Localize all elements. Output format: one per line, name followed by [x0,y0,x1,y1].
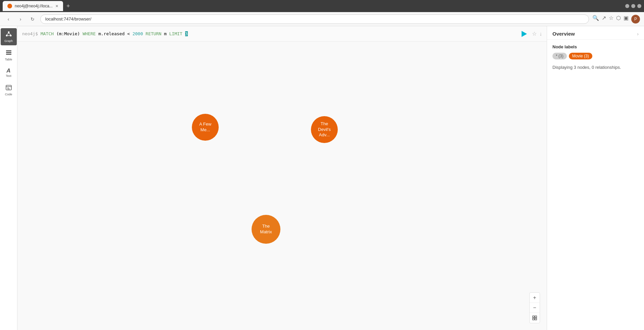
right-panel: Overview › Node labels * (3) Movie (3) D… [547,26,644,330]
svg-rect-9 [6,85,11,90]
code-icon [5,84,12,92]
property-text: m.released [98,31,124,36]
close-button[interactable] [637,4,641,8]
svg-line-4 [9,33,11,35]
tab-title: neo4j@neo4j://loca... [15,4,53,8]
sidebar-item-text[interactable]: A Text [1,65,17,80]
play-icon [522,31,527,37]
reload-button[interactable]: ↻ [28,15,37,23]
code-label: Code [5,93,12,96]
panel-title: Overview [552,31,575,37]
label-badge-all[interactable]: * (3) [552,53,567,59]
sidebar-toggle-icon[interactable]: ▣ [624,15,629,23]
stats-text: Displaying 3 nodes, 0 relationships. [552,65,639,70]
text-icon: A [6,68,10,74]
sidebar-item-table[interactable]: Table [1,47,17,64]
keyword-match: MATCH [41,31,54,36]
panel-collapse-button[interactable]: › [637,31,639,37]
svg-rect-15 [533,318,534,320]
graph-label: Graph [4,39,13,43]
prompt-label: neo4j$ [22,31,38,36]
node-expression: (m:Movie) [56,31,83,36]
node-few-good-men[interactable]: A FewMe... [192,114,219,141]
active-tab[interactable]: neo4j@neo4j://loca... ✕ [3,1,63,11]
query-actions: ☆ ↓ [519,29,542,39]
forward-button[interactable]: › [16,15,25,23]
favorite-query-button[interactable]: ☆ [532,31,537,37]
address-icons: 🔍 ↗ ☆ ⬡ ▣ P [592,15,640,23]
content-area: neo4j$ MATCH (m:Movie) WHERE m.released … [17,26,547,330]
variable: m [164,31,169,36]
minimize-button[interactable] [625,4,629,8]
keyword-limit: LIMIT [169,31,182,36]
node-labels-heading: Node labels [552,44,639,49]
node-label-matrix: TheMatrix [260,224,272,235]
maximize-button[interactable] [631,4,635,8]
operator: < [127,31,130,36]
graph-area[interactable]: A FewMe... TheDevil'sAdv... TheMatrix + … [17,42,547,330]
table-icon [5,49,12,57]
limit-value: 3 [185,31,188,36]
export-query-button[interactable]: ↓ [539,31,542,37]
tab-favicon [7,4,12,8]
query-text[interactable]: MATCH (m:Movie) WHERE m.released < 2000 … [41,31,517,36]
node-label-few-good-men: A FewMe... [199,122,211,133]
graph-icon [5,31,12,39]
number-value: 2000 [132,31,143,36]
profile-avatar[interactable]: P [631,15,640,23]
node-matrix[interactable]: TheMatrix [252,215,280,244]
tab-close-button[interactable]: ✕ [55,4,58,8]
svg-rect-14 [535,316,537,318]
zoom-controls: + − [529,292,540,323]
sidebar-item-graph[interactable]: Graph [1,28,17,45]
browser-chrome: neo4j@neo4j://loca... ✕ + [0,0,644,12]
url-text: localhost:7474/browser/ [45,16,91,21]
svg-rect-6 [6,50,11,51]
address-bar: ‹ › ↻ localhost:7474/browser/ 🔍 ↗ ☆ ⬡ ▣ … [0,12,644,26]
svg-rect-13 [533,316,534,318]
node-label-devils-advocate: TheDevil'sAdv... [318,121,331,138]
svg-rect-7 [6,52,11,53]
run-query-button[interactable] [519,29,529,39]
keyword-where: WHERE [83,31,96,36]
svg-rect-8 [6,54,11,55]
text-label: Text [6,74,11,78]
tab-bar: neo4j@neo4j://loca... ✕ + [3,1,623,11]
keyword-return: RETURN [146,31,161,36]
zoom-in-button[interactable]: + [530,293,540,303]
new-tab-button[interactable]: + [64,3,72,10]
svg-point-2 [10,35,11,37]
panel-content: Node labels * (3) Movie (3) Displaying 3… [547,40,644,75]
svg-point-1 [6,35,7,37]
svg-point-0 [8,32,9,33]
label-badge-movie[interactable]: Movie (3) [569,53,592,59]
url-input[interactable]: localhost:7474/browser/ [40,14,589,24]
back-button[interactable]: ‹ [4,15,13,23]
app-container: Graph Table A Text [0,26,644,330]
svg-rect-16 [535,318,537,320]
extensions-icon[interactable]: ⬡ [616,15,621,23]
search-icon[interactable]: 🔍 [592,15,599,23]
panel-header: Overview › [547,26,644,40]
zoom-out-button[interactable]: − [530,303,540,313]
node-devils-advocate[interactable]: TheDevil'sAdv... [311,116,338,143]
sidebar: Graph Table A Text [0,26,17,330]
window-controls [625,4,641,8]
labels-row: * (3) Movie (3) [552,53,639,59]
table-label: Table [5,58,12,61]
svg-line-3 [7,33,9,35]
share-icon[interactable]: ↗ [602,15,606,23]
bookmark-icon[interactable]: ☆ [609,15,613,23]
profile-initial: P [634,17,637,21]
query-bar: neo4j$ MATCH (m:Movie) WHERE m.released … [17,26,547,42]
sidebar-item-code[interactable]: Code [1,82,17,99]
fit-graph-button[interactable] [530,313,540,323]
